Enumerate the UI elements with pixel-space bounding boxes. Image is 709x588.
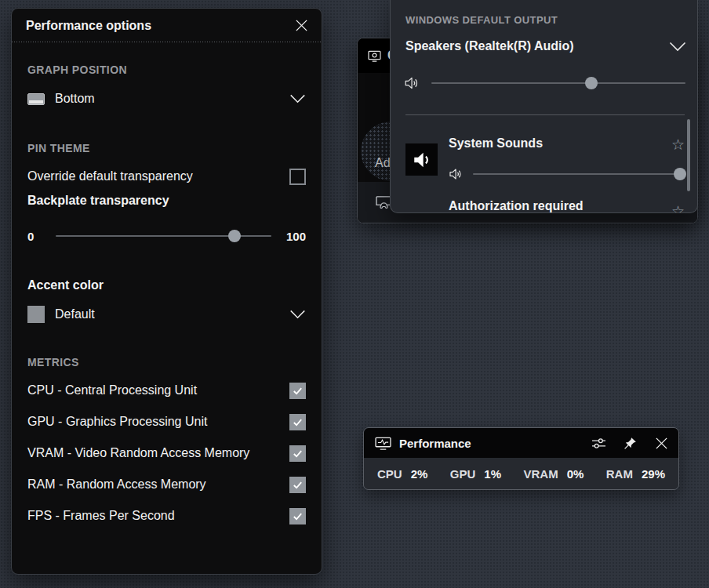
metric-checkbox-ram[interactable]: [289, 477, 306, 493]
metric-label: VRAM - Video Random Access Memory: [27, 446, 289, 460]
metric-checkbox-gpu[interactable]: [289, 414, 306, 430]
metric-checkbox-cpu[interactable]: [289, 383, 306, 399]
graph-position-label: GRAPH POSITION: [27, 64, 306, 76]
accent-color-value: Default: [55, 307, 289, 321]
metric-row-ram: RAM - Random Access Memory: [27, 475, 306, 494]
metric-label: CPU - Central Processing Unit: [27, 383, 289, 397]
performance-options-panel: Performance options GRAPH POSITION Botto…: [11, 8, 322, 575]
bottom-position-icon: [27, 93, 45, 105]
slider-min-label: 0: [27, 230, 45, 243]
system-sounds-volume-row: [449, 166, 680, 182]
metric-label: GPU - Graphics Processing Unit: [27, 415, 289, 429]
favorite-star-icon[interactable]: ☆: [671, 137, 685, 152]
metric-checkbox-fps[interactable]: [289, 508, 306, 524]
desktop-background: C Add WINDOWS DEFAULT OUTPUT Speakers (R…: [0, 0, 709, 588]
metric-row-fps: FPS - Frames Per Second: [27, 506, 306, 525]
monitor-pulse-icon: [375, 437, 391, 450]
system-sounds-tile: [405, 143, 438, 176]
stat-gpu: GPU 1%: [450, 467, 501, 481]
speaker-filled-icon: [412, 151, 432, 169]
backplate-transparency-slider[interactable]: [56, 230, 271, 242]
metric-row-gpu: GPU - Graphics Processing Unit: [27, 412, 306, 431]
stat-value: 1%: [484, 467, 501, 481]
metric-label: FPS - Frames Per Second: [27, 509, 289, 523]
stat-label: VRAM: [523, 467, 558, 481]
override-transparency-label: Override default transparency: [27, 169, 289, 183]
metric-checkbox-vram[interactable]: [289, 445, 306, 462]
chevron-down-icon: [669, 42, 686, 52]
speaker-icon: [404, 76, 420, 90]
panel-title: Performance options: [26, 19, 151, 33]
performance-widget-title: Performance: [399, 437, 584, 450]
system-sounds-volume-thumb[interactable]: [674, 168, 686, 180]
graph-position-select[interactable]: Bottom: [27, 89, 306, 109]
stat-value: 2%: [411, 467, 428, 481]
master-volume-slider[interactable]: [431, 77, 685, 89]
favorite-star-icon[interactable]: ☆: [671, 204, 685, 213]
system-sounds-title: System Sounds: [449, 136, 543, 151]
output-device-name: Speakers (Realtek(R) Audio): [405, 39, 574, 53]
accent-color-select[interactable]: Default: [27, 305, 306, 324]
pin-theme-label: PIN THEME: [27, 142, 306, 154]
system-sounds-volume-slider[interactable]: [473, 168, 680, 180]
stat-label: GPU: [450, 467, 476, 481]
speaker-icon: [449, 168, 464, 180]
override-transparency-checkbox[interactable]: [289, 169, 306, 185]
performance-options-header: Performance options: [12, 9, 322, 42]
stat-label: CPU: [377, 467, 402, 481]
stat-label: RAM: [606, 467, 633, 481]
graph-position-value: Bottom: [55, 92, 289, 106]
chevron-down-icon: [289, 94, 306, 103]
stat-vram: VRAM 0%: [523, 467, 584, 481]
performance-widget: Performance CPU 2% GPU 1%: [363, 427, 679, 490]
master-volume-thumb[interactable]: [585, 77, 598, 89]
performance-widget-titlebar: Performance: [364, 428, 678, 458]
output-device-select[interactable]: Speakers (Realtek(R) Audio): [405, 37, 686, 56]
metrics-label: METRICS: [27, 356, 306, 368]
stat-value: 29%: [642, 467, 665, 481]
metric-row-cpu: CPU - Central Processing Unit: [27, 381, 306, 400]
pin-icon[interactable]: [624, 437, 637, 450]
override-transparency-row: Override default transparency: [27, 167, 306, 186]
accent-color-label: Accent color: [27, 278, 306, 292]
backplate-transparency-thumb[interactable]: [228, 230, 241, 242]
performance-stats-row: CPU 2% GPU 1% VRAM 0% RAM 29%: [364, 458, 678, 489]
chevron-down-icon: [289, 310, 306, 319]
divider: [405, 114, 685, 115]
close-icon[interactable]: [294, 18, 309, 33]
authorization-required-title: Authorization required: [449, 199, 584, 213]
close-icon[interactable]: [654, 436, 669, 451]
accent-color-swatch: [27, 306, 45, 323]
audio-panel: WINDOWS DEFAULT OUTPUT Speakers (Realtek…: [390, 0, 698, 213]
widget-settings-icon[interactable]: [591, 437, 606, 450]
stat-ram: RAM 29%: [606, 467, 665, 481]
backplate-transparency-label: Backplate transparency: [27, 194, 306, 208]
backplate-transparency-slider-row: 0 100: [27, 228, 306, 244]
slider-max-label: 100: [282, 230, 306, 243]
stat-cpu: CPU 2%: [377, 467, 427, 481]
capture-screen-icon: [368, 50, 381, 62]
metric-row-vram: VRAM - Video Random Access Memory: [27, 444, 306, 463]
metric-label: RAM - Random Access Memory: [27, 477, 289, 492]
windows-default-output-label: WINDOWS DEFAULT OUTPUT: [405, 14, 558, 26]
master-volume-row: [404, 75, 685, 91]
stat-value: 0%: [567, 467, 584, 481]
scrollbar[interactable]: [687, 119, 690, 191]
